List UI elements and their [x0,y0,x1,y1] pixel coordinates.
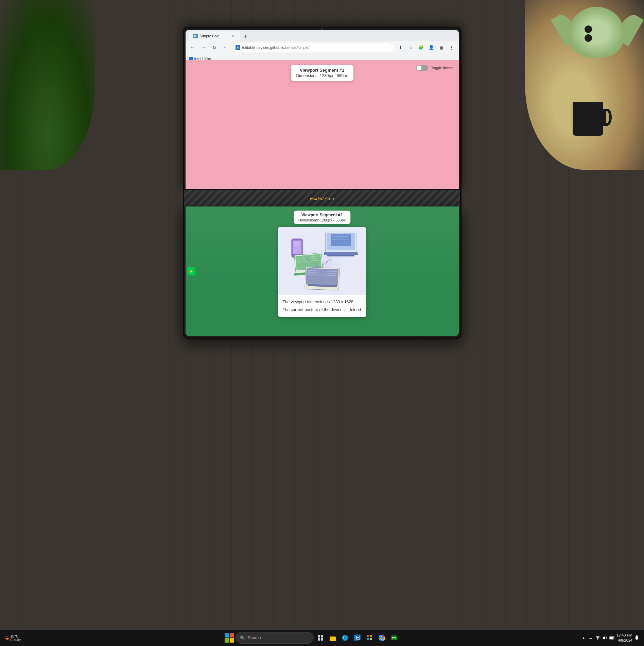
ms-store-icon [366,634,373,642]
svg-point-48 [380,637,383,639]
device-info-card: The viewport dimension is 1280 x 1528. T… [278,227,366,317]
tray-sound-icon[interactable] [602,635,608,641]
taskbar-center-area: 🔍 Search [45,632,579,644]
svg-rect-55 [614,637,614,639]
weather-icon: 🌤 [4,635,9,641]
home-button[interactable]: ⌂ [221,43,230,52]
browser-toolbar: ← → ↻ ⌂ 🔒 foldable-devices.github.io/dem… [186,41,459,54]
task-view-button[interactable] [315,632,326,643]
green-viewport-area: Viewport Segment #2 Dimensions: 1280px -… [186,207,459,336]
viewport1-dimensions: Dimensions: 1280px - 669px [296,73,348,78]
weather-widget[interactable]: 🌤 18°C Cloudy [4,634,21,642]
yoda-decoration [525,0,644,170]
yoda-eye-right [585,34,592,42]
taskbar-right-area: ▲ ☁ [579,633,640,643]
svg-rect-33 [321,638,323,641]
top-screen-lid: M Simple Fold × + ← → ↻ ⌂ 🔒 [183,27,462,190]
svg-point-36 [342,635,348,641]
yoda-eyes [579,25,613,36]
weather-info: 18°C Cloudy [10,634,21,642]
taskbar-game-pass[interactable] [388,632,399,643]
refresh-button[interactable]: ↻ [210,43,219,52]
taskbar-left-area: 🌤 18°C Cloudy [4,634,45,642]
browser-tab-active[interactable]: M Simple Fold × [189,31,240,41]
tab-title: Simple Fold [200,34,220,38]
device-illustration [278,227,366,295]
svg-rect-44 [367,638,369,640]
side-app-icon[interactable]: ⚡ [187,267,195,275]
extensions-button[interactable]: 🧩 [417,43,425,52]
system-clock[interactable]: 12:43 PM 4/8/2024 [616,633,632,643]
windows-taskbar: 🌤 18°C Cloudy 🔍 Search [0,630,644,646]
tray-cloud-icon[interactable]: ☁ [588,635,594,641]
edge-browser-icon [341,634,349,642]
pink-viewport-area: Viewport Segment #1 Dimensions: 1280px -… [186,60,459,189]
toggle-iframe-switch[interactable] [416,65,428,71]
viewport2-dimensions: Dimensions: 1280px - 669px [298,218,346,222]
menu-button[interactable]: ⋮ [447,43,456,52]
yoda-head [569,7,624,58]
game-pass-icon [390,634,398,642]
weather-condition: Cloudy [10,638,21,642]
svg-rect-45 [370,638,372,640]
taskbar-search-text: Search [248,635,261,640]
address-url: foldable-devices.github.io/demos/simple/ [242,46,310,50]
task-view-icon [317,635,324,641]
device-svg-illustration [278,227,366,295]
cast-button[interactable]: ⬇ [396,43,405,52]
forward-button[interactable]: → [199,43,208,52]
taskbar-search-bar[interactable]: 🔍 Search [236,632,314,644]
viewport-dimension-text: The viewport dimension is 1280 x 1528. [283,299,362,305]
back-button[interactable]: ← [188,43,197,52]
device-info-text: The viewport dimension is 1280 x 1528. T… [278,295,366,317]
outlook-icon [353,634,361,642]
svg-rect-30 [318,635,320,638]
windows-start-button[interactable] [225,633,234,643]
svg-rect-9 [327,255,354,256]
black-mug [573,102,603,136]
svg-rect-43 [370,635,372,637]
win-logo-quad-1 [225,633,229,638]
tray-up-arrow[interactable]: ▲ [580,635,587,641]
toolbar-actions: ⬇ ☆ 🧩 👤 ▣ ⋮ [396,43,456,52]
wifi-icon [595,635,600,640]
svg-rect-8 [324,252,358,255]
taskbar-file-explorer[interactable] [327,632,338,643]
svg-point-52 [597,639,598,640]
new-tab-button[interactable]: + [241,32,250,41]
sidebar-button[interactable]: ▣ [437,43,446,52]
bookmark-button[interactable]: ☆ [406,43,415,52]
tab-favicon: M [193,34,198,38]
toggle-iframe-area: Toggle iframe [416,65,453,71]
viewport2-info-box: Viewport Segment #2 Dimensions: 1280px -… [294,211,350,224]
chrome-icon [378,634,385,642]
tab-close-button[interactable]: × [231,34,236,38]
profile-button[interactable]: 👤 [427,43,436,52]
browser-chrome: M Simple Fold × + ← → ↻ ⌂ 🔒 [186,30,459,60]
browser-tabs-bar: M Simple Fold × + [186,30,459,41]
svg-rect-56 [610,637,613,639]
battery-icon [609,635,615,640]
notification-bell[interactable] [634,635,640,641]
win-logo-quad-2 [230,633,234,638]
viewport1-title: Viewport Segment #1 [296,68,348,73]
svg-marker-53 [603,636,605,640]
taskbar-chrome[interactable] [376,632,387,643]
svg-rect-42 [367,635,369,637]
posture-text: The current posture of the device is : f… [283,307,362,313]
weather-temp: 18°C [10,634,21,638]
taskbar-ms-store[interactable] [364,632,375,643]
yoda-eye-left [585,25,592,33]
bottom-screen-panel: Viewport Segment #2 Dimensions: 1280px -… [183,207,462,339]
svg-rect-32 [318,638,320,641]
address-security-icon: 🔒 [236,45,240,50]
svg-point-51 [395,637,396,639]
taskbar-edge-browser[interactable] [340,632,350,643]
top-screen-inner: M Simple Fold × + ← → ↻ ⌂ 🔒 [186,30,459,189]
tray-battery-icon[interactable] [609,635,615,641]
tray-wifi-icon[interactable] [595,635,601,641]
taskbar-app-3[interactable] [352,632,363,643]
taskbar-search-icon: 🔍 [240,635,245,641]
bottom-screen-inner: Viewport Segment #2 Dimensions: 1280px -… [186,207,459,336]
address-bar[interactable]: 🔒 foldable-devices.github.io/demos/simpl… [232,43,394,52]
